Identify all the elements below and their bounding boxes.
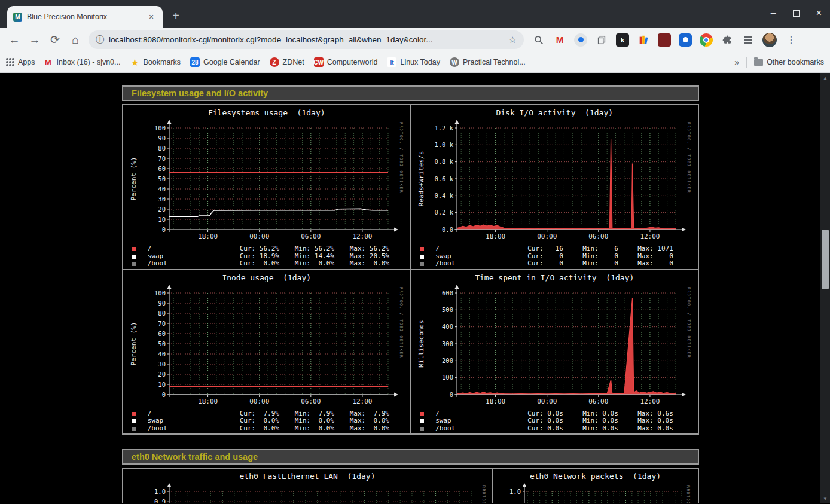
bookmark-item[interactable]: ZZDNet (270, 57, 304, 67)
window-close-button[interactable]: × (816, 8, 822, 19)
legend-row: /bootCur: 0.0%Min: 0.0%Max: 0.0% (126, 260, 407, 268)
bookmark-item[interactable]: CWComputerworld (314, 57, 378, 67)
svg-text:0.8 k: 0.8 k (435, 158, 454, 165)
graph-cell: Inode usage (1day)0102030405060708090100… (123, 270, 410, 434)
legend-series-name: swap (148, 417, 240, 425)
legend-value: Min: 0.0s (582, 417, 637, 425)
graph-panel[interactable]: Time spent in I/O activity (1day)0100200… (414, 271, 695, 433)
legend-value: Max: 0.0s (637, 425, 692, 433)
legend-series-name: / (435, 245, 527, 253)
bookmark-item[interactable]: ltLinux Today (387, 57, 440, 67)
gmail-icon[interactable]: M (553, 33, 566, 47)
scrollbar-track[interactable] (820, 83, 830, 494)
page-scrollbar[interactable]: ▲ ▼ (820, 73, 830, 503)
graph-panel[interactable]: eth0 Network packets (1day)0.00.20.40.60… (497, 470, 694, 503)
legend-value: Max: 0 (637, 260, 692, 268)
svg-text:0.9: 0.9 (154, 498, 166, 503)
svg-text:40: 40 (158, 350, 166, 357)
graph-panel[interactable]: Inode usage (1day)0102030405060708090100… (126, 271, 407, 433)
bookmarks-bar: Apps MInbox (16) - sjvn0...★Bookmarks28G… (0, 52, 830, 73)
bookmark-label: Inbox (16) - sjvn0... (57, 58, 121, 66)
rrd-plot: 0.00.10.20.30.40.50.60.70.80.91.018:0000… (125, 482, 490, 503)
bookmark-item[interactable]: 28Google Calendar (190, 57, 260, 67)
scrollbar-thumb[interactable] (822, 230, 829, 289)
legend-value: Cur: 0 (527, 260, 582, 268)
scrollbar-up-arrow[interactable]: ▲ (820, 73, 830, 83)
tab-favicon: M (13, 13, 22, 22)
copy-extension-icon[interactable] (595, 33, 608, 47)
bookmark-favicon: ★ (130, 57, 140, 67)
home-button[interactable]: ⌂ (66, 30, 85, 50)
svg-text:600: 600 (442, 289, 453, 296)
reading-list-icon[interactable] (741, 33, 755, 47)
svg-text:RRDTOOL / TOBI OETIKER: RRDTOOL / TOBI OETIKER (686, 485, 691, 503)
bookmark-label: Bookmarks (144, 58, 181, 66)
svg-text:200: 200 (442, 356, 453, 364)
legend-value: Cur: 16 (527, 245, 582, 253)
new-tab-button[interactable]: + (167, 7, 184, 24)
back-button[interactable]: ← (5, 30, 24, 50)
screenshot-extension-icon[interactable] (679, 33, 692, 47)
svg-text:00:00: 00:00 (249, 233, 269, 240)
svg-text:0.6 k: 0.6 k (435, 175, 454, 182)
svg-text:90: 90 (158, 135, 166, 142)
extensions-puzzle-icon[interactable] (721, 33, 734, 47)
tab-close-icon[interactable]: × (146, 11, 157, 22)
svg-text:Reads+Writes/s: Reads+Writes/s (417, 151, 425, 207)
library-extension-icon[interactable] (637, 33, 650, 47)
svg-text:400: 400 (442, 323, 453, 330)
password-extension-icon[interactable] (574, 33, 587, 47)
svg-text:18:00: 18:00 (198, 233, 218, 240)
section-title: Filesystem usage and I/O activity (132, 88, 268, 98)
graph-cell: Filesystems usage (1day)0102030405060708… (123, 105, 410, 269)
address-bar[interactable]: ⓘ localhost:8080/monitorix-cgi/monitorix… (89, 30, 524, 49)
legend-color-swatch (132, 255, 136, 259)
window-minimize-button[interactable]: – (771, 8, 776, 19)
reload-button[interactable]: ⟳ (45, 30, 65, 50)
profile-avatar[interactable] (762, 33, 777, 47)
menu-kebab-icon[interactable]: ⋮ (785, 33, 798, 47)
page-info-icon[interactable]: ⓘ (96, 35, 104, 45)
legend-value: Min: 0.0% (295, 417, 350, 425)
legend-color-swatch (132, 412, 136, 416)
legend-value: Max: 0.0% (350, 417, 405, 425)
bookmarks-overflow-chevron[interactable]: » (734, 57, 739, 67)
bookmark-item[interactable]: ★Bookmarks (130, 57, 181, 67)
svg-text:06:00: 06:00 (301, 398, 321, 405)
section-title: eth0 Network traffic and usage (132, 452, 258, 462)
window-controls: – × (771, 0, 822, 26)
graph-panel[interactable]: Filesystems usage (1day)0102030405060708… (126, 106, 407, 268)
rrd-plot: 0.00.2 k0.4 k0.6 k0.8 k1.0 k1.2 k18:0000… (414, 118, 695, 243)
graph-panel[interactable]: Disk I/O activity (1day)0.00.2 k0.4 k0.6… (414, 106, 695, 268)
bookmark-item[interactable]: WPractical Technol... (450, 57, 526, 67)
rrd-plot: 010020030040050060018:0000:0006:0012:00M… (414, 283, 695, 408)
scrollbar-down-arrow[interactable]: ▼ (820, 494, 830, 503)
bookmark-star-icon[interactable]: ☆ (509, 35, 517, 45)
search-icon[interactable] (532, 33, 545, 47)
svg-text:100: 100 (154, 289, 166, 296)
svg-text:30: 30 (158, 196, 166, 203)
browser-tab[interactable]: M Blue Precision Monitorix × (7, 6, 163, 28)
bookmark-label: Google Calendar (203, 58, 260, 66)
svg-text:06:00: 06:00 (589, 398, 609, 405)
legend-series-name: /boot (435, 425, 527, 433)
other-bookmarks-button[interactable]: Other bookmarks (754, 58, 824, 66)
url-text[interactable]: localhost:8080/monitorix-cgi/monitorix.c… (109, 35, 504, 44)
svg-text:60: 60 (158, 165, 166, 172)
legend-series-name: /boot (148, 260, 240, 268)
window-maximize-button[interactable] (793, 10, 800, 17)
apps-shortcut[interactable]: Apps (6, 58, 35, 66)
legend-value: Min: 56.2% (295, 245, 350, 253)
forward-button[interactable]: → (25, 30, 44, 50)
svg-text:50: 50 (158, 340, 166, 347)
bookmark-favicon: M (44, 57, 53, 67)
bookmark-favicon: lt (387, 57, 396, 67)
notes-extension-icon[interactable]: k (616, 33, 629, 47)
chrome-icon[interactable] (700, 33, 713, 47)
graph-panel[interactable]: eth0 FastEthernet LAN (1day)0.00.10.20.3… (125, 470, 490, 503)
pocket-extension-icon[interactable] (658, 33, 671, 47)
bookmark-item[interactable]: MInbox (16) - sjvn0... (44, 57, 121, 67)
svg-text:40: 40 (158, 185, 166, 193)
bookmark-favicon: Z (270, 57, 279, 67)
legend-value: Max: 0.0% (350, 425, 405, 433)
